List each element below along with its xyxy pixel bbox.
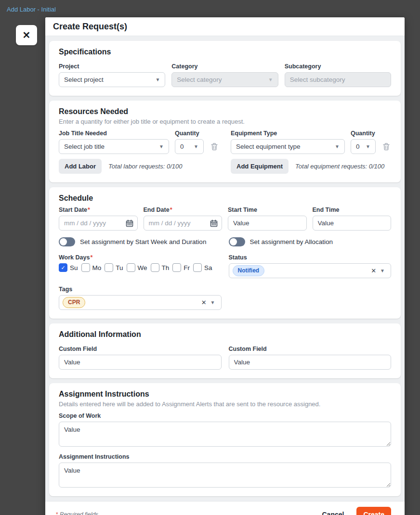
status-label: Status xyxy=(229,254,392,261)
trash-icon xyxy=(210,142,218,151)
category-label: Category xyxy=(171,63,278,70)
calendar-icon[interactable] xyxy=(126,219,133,227)
close-icon: ✕ xyxy=(23,30,31,40)
equipment-type-select[interactable]: Select equipment type ▼ xyxy=(231,139,345,154)
workday-checkbox-tu[interactable]: ✓Tu xyxy=(105,263,123,272)
assignment-instructions-label: Assignment Instructions xyxy=(59,453,391,460)
status-select[interactable]: Notified ✕ ▼ xyxy=(229,263,392,278)
job-title-select[interactable]: Select job title ▼ xyxy=(59,139,169,154)
start-date-label: Start Date* xyxy=(59,206,138,213)
create-button[interactable]: Create xyxy=(356,507,391,515)
resources-section: Resources Needed Enter a quantity for ei… xyxy=(49,101,401,182)
end-date-label: End Date* xyxy=(144,206,223,213)
chevron-down-icon: ▼ xyxy=(210,300,215,305)
project-select[interactable]: Select project ▼ xyxy=(59,72,165,87)
chevron-down-icon: ▼ xyxy=(268,77,273,82)
toggle-knob xyxy=(60,238,67,245)
work-days-group: ✓Su ✓Mo ✓Tu ✓We ✓Th ✓Fr ✓Sa xyxy=(59,263,222,272)
equipment-quantity-select[interactable]: 0 ▼ xyxy=(351,139,376,154)
category-select: Select category ▼ xyxy=(171,72,278,87)
toggle-knob xyxy=(230,238,237,245)
end-time-input[interactable] xyxy=(313,216,392,231)
trash-icon xyxy=(382,142,390,151)
equipment-quantity-value: 0 xyxy=(356,143,360,150)
labor-quantity-select[interactable]: 0 ▼ xyxy=(175,139,204,154)
workday-checkbox-th[interactable]: ✓Th xyxy=(151,263,170,272)
start-time-label: Start Time xyxy=(228,206,307,213)
tags-select[interactable]: CPR ✕ ▼ xyxy=(59,295,222,310)
subcategory-value: Select subcategory xyxy=(290,76,345,83)
workday-checkbox-mo[interactable]: ✓Mo xyxy=(81,263,102,272)
equipment-quantity-label: Quantity xyxy=(351,130,376,137)
workday-label: Sa xyxy=(204,264,212,271)
schedule-heading: Schedule xyxy=(59,194,391,203)
required-asterisk: * xyxy=(90,254,92,261)
chevron-down-icon: ▼ xyxy=(159,144,164,149)
clear-icon[interactable]: ✕ xyxy=(371,267,376,274)
calendar-icon[interactable] xyxy=(210,219,218,227)
cancel-button[interactable]: Cancel xyxy=(322,511,344,515)
workday-label: Tu xyxy=(116,264,123,271)
category-select-value: Select category xyxy=(177,76,222,83)
workday-checkbox-sa[interactable]: ✓Sa xyxy=(193,263,212,272)
required-asterisk: * xyxy=(88,206,90,213)
equipment-type-label: Equipment Type xyxy=(231,130,345,137)
workday-label: Fr xyxy=(184,264,190,271)
resources-heading: Resources Needed xyxy=(59,107,391,116)
additional-info-section: Additional Information Custom Field Cust… xyxy=(49,323,401,378)
custom-field-1-label: Custom Field xyxy=(59,346,222,352)
equipment-trash-button[interactable] xyxy=(381,139,391,154)
custom-field-1-input[interactable] xyxy=(59,355,222,370)
subcategory-input: Select subcategory xyxy=(285,72,391,87)
add-labor-button[interactable]: Add Labor xyxy=(59,159,102,174)
job-title-select-value: Select job title xyxy=(64,143,105,150)
additional-info-heading: Additional Information xyxy=(59,330,391,339)
workday-label: We xyxy=(138,264,147,271)
checkbox-icon: ✓ xyxy=(59,263,67,272)
add-equipment-button[interactable]: Add Equipment xyxy=(231,159,289,174)
workday-checkbox-fr[interactable]: ✓Fr xyxy=(172,263,190,272)
clear-icon[interactable]: ✕ xyxy=(201,299,207,306)
checkbox-icon: ✓ xyxy=(81,263,90,272)
chevron-down-icon: ▼ xyxy=(380,269,385,273)
end-time-label: End Time xyxy=(313,206,392,213)
required-asterisk: * xyxy=(170,206,172,213)
modal-body: Specifications Project Select project ▼ … xyxy=(45,36,405,501)
page-title: Create Request(s) xyxy=(53,22,397,32)
custom-field-2-label: Custom Field xyxy=(229,346,392,352)
labor-total-text: Total labor requests: 0/100 xyxy=(108,163,182,170)
custom-field-2-input[interactable] xyxy=(229,355,392,370)
work-days-label: Work Days* xyxy=(59,254,222,261)
checkbox-icon: ✓ xyxy=(105,263,113,272)
toggle-start-week-duration[interactable] xyxy=(59,237,75,246)
workday-checkbox-su[interactable]: ✓Su xyxy=(59,263,78,272)
specifications-heading: Specifications xyxy=(59,48,391,56)
job-title-label: Job Title Needed xyxy=(59,130,169,137)
labor-trash-button[interactable] xyxy=(210,139,219,154)
modal-header: Create Request(s) xyxy=(45,17,405,36)
checkbox-icon: ✓ xyxy=(172,263,181,272)
labor-quantity-label: Quantity xyxy=(175,130,204,137)
assignment-instructions-textarea[interactable]: Value xyxy=(59,463,391,488)
create-request-modal: Create Request(s) Specifications Project… xyxy=(45,17,405,515)
toggle-allocation-label: Set assignment by Allocation xyxy=(250,238,333,245)
resources-description: Enter a quantity for either job title or… xyxy=(59,118,391,125)
toggle-allocation[interactable] xyxy=(229,237,245,246)
project-select-value: Select project xyxy=(64,76,104,83)
assignment-instructions-section: Assignment Instructions Details entered … xyxy=(49,383,401,496)
schedule-section: Schedule Start Date* xyxy=(49,187,401,319)
tags-label: Tags xyxy=(59,286,222,293)
start-time-input[interactable] xyxy=(228,216,307,231)
workday-checkbox-we[interactable]: ✓We xyxy=(127,263,147,272)
chevron-down-icon: ▼ xyxy=(194,144,198,149)
chevron-down-icon: ▼ xyxy=(155,77,160,82)
modal-footer: * Required fields Cancel Create xyxy=(45,501,405,515)
workday-label: Th xyxy=(162,264,170,271)
assignment-instructions-description: Details entered here will be added to As… xyxy=(59,400,391,408)
close-modal-button[interactable]: ✕ xyxy=(16,25,37,45)
project-label: Project xyxy=(59,63,165,70)
scope-of-work-textarea[interactable]: Value xyxy=(59,422,391,447)
scope-of-work-label: Scope of Work xyxy=(59,412,391,419)
breadcrumb-link-add-labor-initial[interactable]: Add Labor - Initial xyxy=(7,6,56,13)
specifications-section: Specifications Project Select project ▼ … xyxy=(49,41,401,96)
